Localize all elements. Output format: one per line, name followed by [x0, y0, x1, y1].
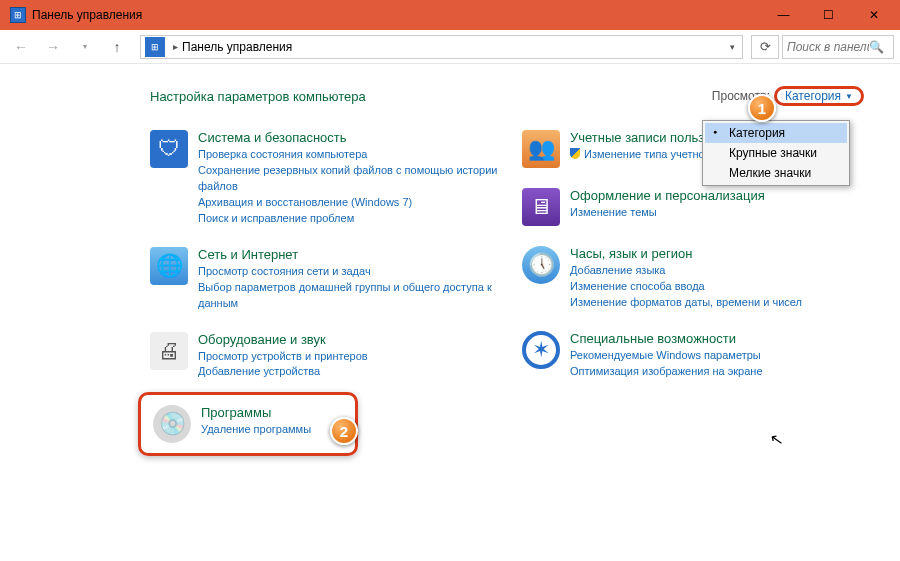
forward-button[interactable]: →	[38, 32, 68, 62]
refresh-button[interactable]: ⟳	[751, 35, 779, 59]
clock-icon: 🕔	[522, 246, 560, 284]
titlebar: Панель управления — ☐ ✕	[0, 0, 900, 30]
search-input[interactable]	[787, 40, 869, 54]
link-troubleshoot[interactable]: Поиск и исправление проблем	[198, 211, 512, 227]
disc-icon: 💿	[153, 405, 191, 443]
callout-badge-2: 2	[330, 417, 358, 445]
category-title[interactable]: Система и безопасность	[198, 130, 512, 145]
link-file-history[interactable]: Сохранение резервных копий файлов с помо…	[198, 163, 512, 195]
category-hardware: 🖨 Оборудование и звук Просмотр устройств…	[150, 332, 512, 381]
close-button[interactable]: ✕	[851, 0, 896, 30]
search-icon: 🔍	[869, 40, 884, 54]
category-network: 🌐 Сеть и Интернет Просмотр состояния сет…	[150, 247, 512, 312]
category-ease-of-access: ✶ Специальные возможности Рекомендуемые …	[522, 331, 884, 380]
breadcrumb-sep: ▸	[173, 41, 178, 52]
link-input-method[interactable]: Изменение способа ввода	[570, 279, 802, 295]
category-title[interactable]: Оборудование и звук	[198, 332, 368, 347]
up-button[interactable]: ↑	[102, 32, 132, 62]
category-title[interactable]: Сеть и Интернет	[198, 247, 512, 262]
link-optimize-display[interactable]: Оптимизация изображения на экране	[570, 364, 763, 380]
category-clock-lang-region: 🕔 Часы, язык и регион Добавление языка И…	[522, 246, 884, 311]
dropdown-item-large-icons[interactable]: Крупные значки	[705, 143, 847, 163]
link-homegroup[interactable]: Выбор параметров домашней группы и общег…	[198, 280, 512, 312]
link-add-language[interactable]: Добавление языка	[570, 263, 802, 279]
category-title[interactable]: Специальные возможности	[570, 331, 763, 346]
app-icon	[10, 7, 26, 23]
personalization-icon: 🖥	[522, 188, 560, 226]
shield-icon: 🛡	[150, 130, 188, 168]
page-heading: Настройка параметров компьютера	[150, 89, 366, 104]
dropdown-item-small-icons[interactable]: Мелкие значки	[705, 163, 847, 183]
category-title[interactable]: Часы, язык и регион	[570, 246, 802, 261]
dropdown-item-category[interactable]: Категория	[705, 123, 847, 143]
navbar: ← → ▾ ↑ ▸ Панель управления ▾ ⟳ 🔍	[0, 30, 900, 64]
users-icon: 👥	[522, 130, 560, 168]
link-network-status[interactable]: Просмотр состояния сети и задач	[198, 264, 512, 280]
viewby-dropdown-menu: Категория Крупные значки Мелкие значки	[702, 120, 850, 186]
window-title: Панель управления	[32, 8, 761, 22]
search-bar[interactable]: 🔍	[782, 35, 894, 59]
category-system-security: 🛡 Система и безопасность Проверка состоя…	[150, 130, 512, 227]
category-title[interactable]: Оформление и персонализация	[570, 188, 765, 203]
chevron-down-icon: ▼	[845, 92, 853, 101]
view-by-value: Категория	[785, 89, 841, 103]
link-check-status[interactable]: Проверка состояния компьютера	[198, 147, 512, 163]
link-datetime-formats[interactable]: Изменение форматов даты, времени и чисел	[570, 295, 802, 311]
category-programs: 💿 Программы Удаление программы	[153, 405, 343, 443]
link-backup-restore[interactable]: Архивация и восстановление (Windows 7)	[198, 195, 512, 211]
link-add-device[interactable]: Добавление устройства	[198, 364, 368, 380]
breadcrumb-text[interactable]: Панель управления	[182, 40, 722, 54]
accessibility-icon: ✶	[522, 331, 560, 369]
link-uninstall-program[interactable]: Удаление программы	[201, 422, 311, 438]
view-by: Просмотр: Категория ▼	[712, 86, 864, 106]
category-appearance: 🖥 Оформление и персонализация Изменение …	[522, 188, 884, 226]
recent-dropdown[interactable]: ▾	[70, 32, 100, 62]
minimize-button[interactable]: —	[761, 0, 806, 30]
callout-badge-1: 1	[748, 94, 776, 122]
address-dropdown-icon[interactable]: ▾	[722, 42, 742, 52]
control-panel-icon	[145, 37, 165, 57]
network-icon: 🌐	[150, 247, 188, 285]
category-title[interactable]: Программы	[201, 405, 311, 420]
left-column: 🛡 Система и безопасность Проверка состоя…	[150, 130, 512, 456]
link-devices-printers[interactable]: Просмотр устройств и принтеров	[198, 349, 368, 365]
back-button[interactable]: ←	[6, 32, 36, 62]
programs-highlight: 💿 Программы Удаление программы	[138, 392, 358, 456]
address-bar[interactable]: ▸ Панель управления ▾	[140, 35, 743, 59]
view-by-dropdown[interactable]: Категория ▼	[774, 86, 864, 106]
link-recommended-settings[interactable]: Рекомендуемые Windows параметры	[570, 348, 763, 364]
link-change-theme[interactable]: Изменение темы	[570, 205, 765, 221]
maximize-button[interactable]: ☐	[806, 0, 851, 30]
printer-icon: 🖨	[150, 332, 188, 370]
